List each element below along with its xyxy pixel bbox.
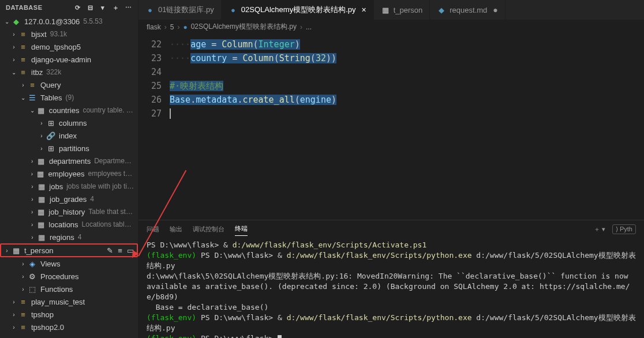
database-sidebar: DATABASE ⟳ ⊟ ▾ ＋ ⋯ ⌄ ◆ 127.0.0.1@3306 5.… <box>0 0 138 338</box>
table-jobs[interactable]: › ▦ jobs jobs table with job titl... <box>0 180 138 193</box>
table-label: job_history <box>48 208 85 216</box>
db-stat: 322k <box>46 68 61 76</box>
collapse-icon[interactable]: ⊟ <box>86 3 94 12</box>
chevron-right-icon: › <box>10 57 17 63</box>
table-desc: jobs table with job titl... <box>66 182 134 190</box>
tab-label: t_person <box>394 6 423 14</box>
connection-host: 127.0.0.1@3306 <box>24 17 80 26</box>
table-t_person[interactable]: › ▦ t_person ✎≡▭ <box>0 243 138 257</box>
breadcrumb-item[interactable]: ... <box>306 23 312 31</box>
table-sub-columns[interactable]: › ⊞ columns <box>0 117 138 129</box>
chevron-right-icon: › <box>29 171 35 177</box>
tables-count: (9) <box>66 93 74 102</box>
table-sub-partitions[interactable]: › ⊞ partitions <box>0 142 138 155</box>
panel-kind-label[interactable]: ⟩ Pyth <box>612 224 636 234</box>
table-locations[interactable]: › ▦ locations Locations table t... <box>0 218 138 231</box>
more-icon[interactable]: ⋯ <box>124 3 132 12</box>
db-label: itbz <box>31 68 43 77</box>
tab-request.md[interactable]: ◆ request.md ● <box>430 0 506 20</box>
tables-node[interactable]: ⌄ ☰ Tables (9) <box>0 91 138 104</box>
views-icon: ◈ <box>28 259 37 268</box>
database-icon: ≡ <box>18 310 28 319</box>
close-icon[interactable]: × <box>361 5 366 14</box>
edit-icon[interactable]: ✎ <box>106 246 114 255</box>
code-editor[interactable]: 222324252627 ····age = Column(Integer)··… <box>138 34 644 220</box>
table-job_grades[interactable]: › ▦ job_grades 4 <box>0 193 138 205</box>
filter-icon[interactable]: ▾ <box>99 3 107 12</box>
table-icon: ▦ <box>37 156 46 166</box>
panel-tab-输出[interactable]: 输出 <box>170 223 182 236</box>
table-label: countries <box>49 106 80 115</box>
terminal-output[interactable]: PS D:\www\flask> & d:/www/flask/flask_en… <box>138 238 644 338</box>
table-job_history[interactable]: › ▦ job_history Table that stor... <box>0 205 138 218</box>
markdown-icon: ◆ <box>437 5 446 14</box>
chevron-right-icon: › <box>10 31 17 37</box>
table-countries[interactable]: ⌄ ▦ countries country table. C... <box>0 104 138 117</box>
db-label: demo_tpshop5 <box>31 43 81 51</box>
table-desc: 4 <box>78 233 82 241</box>
sub-label: index <box>59 132 77 140</box>
table-sub-index[interactable]: › 🔗 index <box>0 129 138 142</box>
db-django-vue-admin[interactable]: › ≡ django-vue-admin <box>0 53 138 66</box>
table-departments[interactable]: › ▦ departments Department... <box>0 155 138 167</box>
database-icon: ≡ <box>18 67 28 77</box>
table-desc: Locations table t... <box>82 220 134 228</box>
code-body[interactable]: ····age = Column(Integer)····country = C… <box>170 34 644 220</box>
db-tpshop[interactable]: › ≡ tpshop <box>0 308 138 321</box>
db-itbz[interactable]: ⌄ ≡ itbz 322k <box>0 66 138 78</box>
db-label: django-vue-admin <box>31 55 91 64</box>
table-label: jobs <box>49 182 63 191</box>
table-label: regions <box>50 233 74 242</box>
table-desc: country table. C... <box>83 106 134 114</box>
chevron-right-icon: › <box>29 234 36 241</box>
index-icon: 🔗 <box>46 131 55 140</box>
table-label: job_grades <box>50 195 87 204</box>
table-label: t_person <box>24 246 54 255</box>
breadcrumb[interactable]: flask›5›● 02SQLAlchemy模型映射表结构.py›... <box>138 20 644 34</box>
chevron-right-icon: › <box>3 247 10 254</box>
table-icon: ▦ <box>36 220 45 229</box>
add-icon[interactable]: ＋ <box>111 3 119 12</box>
breadcrumb-item[interactable]: 5 <box>170 23 174 31</box>
db-label: play_music_test <box>31 298 85 306</box>
terminal-line: PS D:\www\flask> & d:/www/flask/flask_en… <box>147 240 636 250</box>
chevron-right-icon: › <box>29 183 36 190</box>
breadcrumb-item[interactable]: 02SQLAlchemy模型映射表结构.py <box>191 22 297 32</box>
chevron-right-icon: › <box>20 273 27 280</box>
table-regions[interactable]: › ▦ regions 4 <box>0 231 138 243</box>
db-demo_tpshop5[interactable]: › ≡ demo_tpshop5 <box>0 40 138 53</box>
database-icon: ≡ <box>18 55 28 64</box>
chevron-right-icon: › <box>29 158 36 164</box>
tab-01链接数据库.py[interactable]: ● 01链接数据库.py <box>138 0 222 20</box>
db-play_music_test[interactable]: › ≡ play_music_test <box>0 295 138 308</box>
chevron-right-icon: › <box>20 82 27 88</box>
chevron-right-icon: › <box>29 221 35 228</box>
dirty-icon: ● <box>493 5 497 14</box>
terminal-line: (flask_env) PS D:\www\flask> <box>147 333 636 338</box>
chevron-down-icon: ⌄ <box>3 18 10 25</box>
db-bjsxt[interactable]: › ≡ bjsxt 93.1k <box>0 28 138 40</box>
query-node[interactable]: › ≡ Query <box>0 78 138 91</box>
tab-02SQLAlchemy模型映射表结构.py[interactable]: ● 02SQLAlchemy模型映射表结构.py × <box>222 0 374 20</box>
sync-icon[interactable]: ⟳ <box>73 3 81 12</box>
add-terminal-icon[interactable]: ＋ ▾ <box>594 225 605 234</box>
functions-icon: ⬚ <box>28 284 37 294</box>
views-node[interactable]: › ◈ Views <box>0 257 138 270</box>
list-icon[interactable]: ≡ <box>116 246 124 255</box>
panel-tab-调试控制台[interactable]: 调试控制台 <box>193 223 224 236</box>
table-employees[interactable]: › ▦ employees employees tab... <box>0 167 138 180</box>
chevron-right-icon: › <box>29 209 35 215</box>
connection-node[interactable]: ⌄ ◆ 127.0.0.1@3306 5.5.53 <box>0 15 138 28</box>
breadcrumb-item[interactable]: flask <box>147 23 161 31</box>
tab-t_person[interactable]: ▦ t_person <box>374 0 430 20</box>
terminal-line: (flask_env) PS D:\www\flask> & d:/www/fl… <box>147 250 636 271</box>
procedures-node[interactable]: › ⚙ Procedures <box>0 270 138 283</box>
db-tpshop2.0[interactable]: › ≡ tpshop2.0 <box>0 321 138 333</box>
main-area: ● 01链接数据库.py ● 02SQLAlchemy模型映射表结构.py ×▦… <box>138 0 644 338</box>
panel-tab-问题[interactable]: 问题 <box>147 223 159 236</box>
terminal-line: (flask_env) PS D:\www\flask> & d:/www/fl… <box>147 313 636 333</box>
panel-tab-终端[interactable]: 终端 <box>235 222 248 236</box>
functions-node[interactable]: › ⬚ Functions <box>0 283 138 295</box>
func-label: Functions <box>40 285 73 294</box>
tables-label: Tables <box>40 93 62 102</box>
